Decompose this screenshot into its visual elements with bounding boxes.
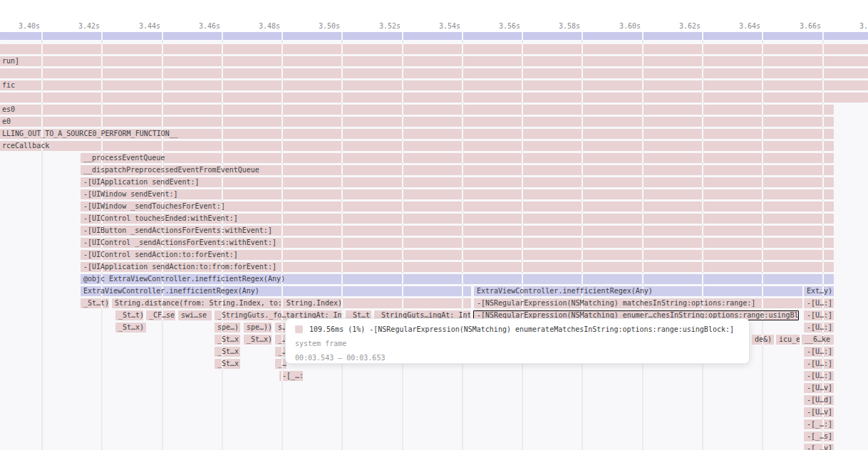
flame-bar[interactable]: -[UIControl touchesEnded:withEvent:] bbox=[81, 214, 834, 224]
flame-bar[interactable] bbox=[0, 32, 868, 40]
ruler-tick-label: 3.50s bbox=[297, 21, 340, 31]
ruler-tick-label: 3.54s bbox=[418, 21, 460, 31]
flame-bar[interactable]: ExtraViewController.inefficientRegex(Any… bbox=[81, 286, 471, 296]
flame-bar[interactable]: -[UIApplication sendAction:to:from:forEv… bbox=[81, 262, 834, 272]
ruler-tick-label: 3.48s bbox=[237, 21, 280, 31]
ruler-tick-label: 3.52s bbox=[358, 21, 401, 31]
flame-bar[interactable] bbox=[0, 93, 868, 103]
flame-bar[interactable]: _St…x) bbox=[215, 347, 240, 357]
ruler-tick-label: 3.64s bbox=[718, 21, 760, 31]
flame-bar[interactable]: -[U…:] bbox=[804, 371, 834, 381]
flame-bar[interactable]: -[_…:] bbox=[804, 419, 834, 429]
flame-bar[interactable]: @objc ExtraViewController.inefficientReg… bbox=[81, 274, 834, 284]
flame-bar[interactable]: -[UIControl _sendActionsForEvents:withEv… bbox=[81, 238, 834, 248]
flame-bar[interactable]: -[UIApplication sendEvent:] bbox=[81, 177, 834, 187]
tooltip-frame-type: system frame bbox=[295, 337, 740, 351]
flame-bar[interactable]: LLING_OUT_TO_A_SOURCE0_PERFORM_FUNCTION_… bbox=[0, 129, 834, 139]
flame-bar[interactable]: -[_…s] bbox=[804, 431, 834, 441]
category-color-swatch bbox=[295, 325, 303, 333]
flame-bar[interactable]: -[UIWindow sendEvent:] bbox=[81, 189, 834, 199]
flame-bar[interactable]: -[U…:] bbox=[804, 347, 834, 357]
ruler-tick-label: 3.66s bbox=[778, 21, 821, 31]
ruler-tick-label: 3.40s bbox=[0, 21, 40, 31]
flame-bar[interactable]: es0 bbox=[0, 105, 834, 115]
flame-bar[interactable]: Ext…y) bbox=[804, 286, 834, 296]
flame-bar[interactable]: _St…x) bbox=[215, 335, 240, 345]
flame-bar[interactable]: swi…se bbox=[178, 310, 212, 320]
tooltip-title-line: 109.56ms(1%)-[NSRegularExpression(NSMatc… bbox=[295, 323, 740, 337]
flame-bar[interactable] bbox=[0, 68, 868, 78]
flame-bar[interactable]: _St…x) bbox=[244, 335, 272, 345]
flame-bar[interactable]: run] bbox=[0, 56, 868, 66]
ruler-tick-label: 3.46s bbox=[177, 21, 220, 31]
tooltip-duration: 109.56ms bbox=[309, 325, 343, 333]
flame-bar[interactable]: -[U…:] bbox=[804, 310, 834, 320]
flame-bar[interactable]: icu_e&) bbox=[776, 335, 800, 345]
flame-bar[interactable]: spe…)) bbox=[215, 323, 240, 333]
flame-bar[interactable]: ExtraViewController.inefficientRegex(Any… bbox=[474, 286, 802, 296]
tooltip-symbol: -[NSRegularExpression(NSMatching) enumer… bbox=[369, 325, 734, 333]
ruler-tick-label: 3.44s bbox=[118, 21, 160, 31]
flame-bar[interactable]: __processEventQueue bbox=[81, 153, 834, 163]
flame-bar[interactable]: -[_…v] bbox=[804, 444, 834, 450]
flame-bar[interactable]: spe…)) bbox=[244, 323, 272, 333]
flame-bar[interactable]: __6…ke bbox=[802, 335, 834, 345]
flame-bar[interactable]: -[UIButton _sendActionsForEvents:withEve… bbox=[81, 226, 834, 236]
ruler-tick-label: 3.68s bbox=[838, 21, 868, 31]
flame-bar[interactable]: -[NSRegularExpression(NSMatching) matche… bbox=[474, 298, 802, 308]
tooltip-time-range: 00:03.543 — 00:03.653 bbox=[295, 351, 740, 365]
tooltip-percent: (1%) bbox=[348, 325, 365, 333]
flame-bar[interactable]: _St…x) bbox=[115, 323, 146, 333]
flame-bar[interactable]: -[U…:] bbox=[804, 359, 834, 369]
flame-bar[interactable]: -[_…:] bbox=[279, 371, 303, 381]
flame-bar[interactable]: _St…t) bbox=[115, 310, 143, 320]
flame-bar[interactable]: _St…t) bbox=[81, 298, 109, 308]
flame-bar[interactable]: String.distance(from: String.Index, to: … bbox=[112, 298, 471, 308]
ruler-tick-label: 3.42s bbox=[57, 21, 100, 31]
flame-bar[interactable]: -[UIControl sendAction:to:forEvent:] bbox=[81, 250, 834, 260]
flame-bar[interactable]: _St…x) bbox=[215, 359, 240, 369]
ruler-tick-label: 3.60s bbox=[598, 21, 641, 31]
flame-bar[interactable]: _CF…se bbox=[146, 310, 175, 320]
instruments-flame-graph: 3.40s3.42s3.44s3.46s3.48s3.50s3.52s3.54s… bbox=[0, 0, 868, 450]
flame-bar[interactable]: -[U…v] bbox=[804, 407, 834, 417]
ruler-tick-label: 3.58s bbox=[537, 21, 580, 31]
flame-bar[interactable]: fic bbox=[0, 80, 868, 90]
ruler-tick-label: 3.62s bbox=[658, 21, 701, 31]
flame-bar[interactable]: __dispatchPreprocessedEventFromEventQueu… bbox=[81, 165, 834, 175]
flame-bar[interactable]: e0 bbox=[0, 117, 834, 127]
flame-bar[interactable]: rceCallback bbox=[0, 141, 834, 151]
flame-bar[interactable]: -[U…v] bbox=[804, 383, 834, 393]
time-ruler[interactable]: 3.40s3.42s3.44s3.46s3.48s3.50s3.52s3.54s… bbox=[0, 0, 868, 32]
ruler-tick-label: 3.56s bbox=[477, 21, 520, 31]
flame-bar[interactable]: -[UIWindow _sendTouchesForEvent:] bbox=[81, 202, 834, 211]
flame-bar[interactable]: -[U…:] bbox=[804, 298, 834, 308]
hover-tooltip: 109.56ms(1%)-[NSRegularExpression(NSMatc… bbox=[285, 318, 750, 364]
flame-bar[interactable] bbox=[0, 44, 868, 54]
flame-bar[interactable]: -[U…d] bbox=[804, 395, 834, 405]
flame-bar[interactable]: de&) bbox=[752, 335, 774, 345]
flame-bar[interactable]: -[U…:] bbox=[804, 323, 834, 333]
